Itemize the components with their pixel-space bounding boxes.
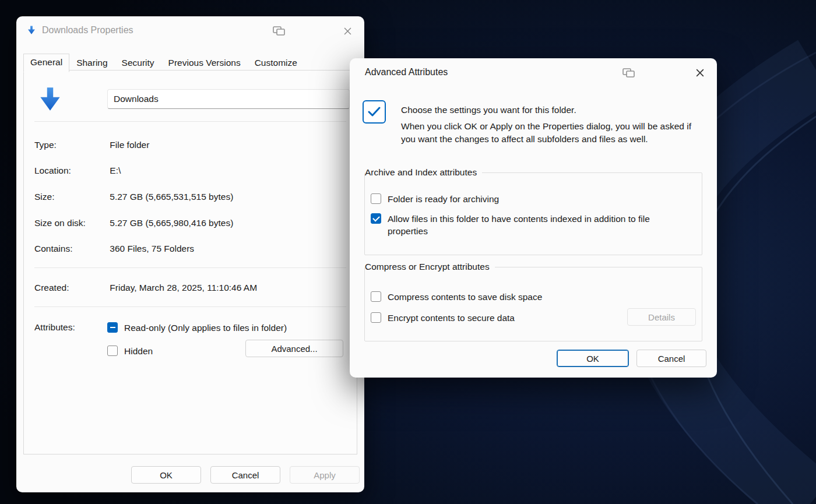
- archive-index-group: Archive and Index attributes Folder is r…: [364, 172, 702, 255]
- hidden-checkbox[interactable]: [107, 346, 118, 356]
- field-row-size: Size: 5.27 GB (5,665,531,515 bytes): [34, 192, 350, 202]
- archiving-label[interactable]: Folder is ready for archiving: [388, 193, 499, 205]
- field-value: File folder: [110, 140, 149, 150]
- field-label: Created:: [34, 283, 107, 293]
- general-tab-page: Type: File folder Location: E:\ Size: 5.…: [23, 70, 357, 454]
- ok-button[interactable]: OK: [131, 466, 201, 484]
- field-value: E:\: [110, 165, 121, 175]
- tab-previous-versions[interactable]: Previous Versions: [161, 54, 248, 72]
- monitor-icon: [622, 68, 635, 78]
- encrypt-label[interactable]: Encrypt contents to secure data: [388, 312, 515, 324]
- compress-checkbox[interactable]: [371, 291, 381, 302]
- field-row-location: Location: E:\: [34, 165, 350, 176]
- indexing-checkbox[interactable]: [371, 213, 381, 224]
- field-label: Size on disk:: [34, 218, 107, 228]
- compress-group-title: Compress or Encrypt attributes: [365, 262, 495, 272]
- field-label: Size:: [34, 192, 107, 202]
- field-row-contains: Contains: 360 Files, 75 Folders: [34, 244, 350, 254]
- hidden-label[interactable]: Hidden: [124, 345, 153, 357]
- readonly-checkbox-row[interactable]: Read-only (Only applies to files in fold…: [107, 322, 346, 334]
- description-text: When you click OK or Apply on the Proper…: [401, 120, 703, 145]
- cancel-button[interactable]: Cancel: [636, 350, 706, 367]
- tab-general[interactable]: General: [23, 54, 69, 72]
- field-label: Contains:: [34, 244, 107, 254]
- monitor-icon: [273, 26, 286, 36]
- details-button[interactable]: Details: [627, 308, 696, 326]
- compress-encrypt-group: Compress or Encrypt attributes Compress …: [364, 267, 702, 341]
- separator: [34, 267, 346, 268]
- field-value: 360 Files, 75 Folders: [110, 244, 194, 253]
- compress-label[interactable]: Compress contents to save disk space: [388, 291, 542, 303]
- separator: [34, 306, 346, 307]
- readonly-label[interactable]: Read-only (Only applies to files in fold…: [124, 322, 287, 334]
- indexing-checkbox-row[interactable]: Allow files in this folder to have conte…: [371, 213, 690, 237]
- field-label: Attributes:: [34, 322, 107, 333]
- separator: [34, 121, 346, 122]
- archiving-checkbox-row[interactable]: Folder is ready for archiving: [371, 193, 691, 205]
- apply-button[interactable]: Apply: [290, 466, 360, 484]
- properties-titlebar[interactable]: Downloads Properties: [16, 16, 364, 45]
- downloads-folder-icon: [36, 85, 65, 114]
- advanced-titlebar[interactable]: Advanced Attributes: [350, 58, 717, 87]
- properties-button-row: OK Cancel Apply: [16, 466, 360, 484]
- archiving-checkbox[interactable]: [371, 193, 381, 204]
- download-arrow-icon: [26, 25, 37, 36]
- readonly-checkbox[interactable]: [107, 322, 118, 333]
- advanced-dialog-title: Advanced Attributes: [365, 67, 448, 77]
- properties-dialog-title: Downloads Properties: [42, 25, 133, 36]
- advanced-attributes-dialog: Advanced Attributes Choose the settings …: [350, 58, 717, 378]
- field-row-created: Created: Friday, March 28, 2025, 11:10:4…: [34, 283, 350, 293]
- attributes-check-icon: [363, 100, 386, 124]
- properties-tab-bar: General Sharing Security Previous Versio…: [23, 54, 304, 72]
- compress-checkbox-row[interactable]: Compress contents to save disk space: [371, 291, 621, 303]
- indexing-label[interactable]: Allow files in this folder to have conte…: [388, 213, 690, 237]
- field-row-type: Type: File folder: [34, 140, 350, 150]
- close-icon[interactable]: [690, 64, 710, 82]
- tab-customize[interactable]: Customize: [248, 54, 304, 72]
- tab-sharing[interactable]: Sharing: [69, 54, 114, 72]
- advanced-button[interactable]: Advanced...: [245, 340, 343, 357]
- field-value: Friday, March 28, 2025, 11:10:46 AM: [110, 283, 257, 292]
- archive-group-title: Archive and Index attributes: [365, 167, 482, 178]
- encrypt-checkbox-row[interactable]: Encrypt contents to secure data: [371, 312, 621, 324]
- field-label: Location:: [34, 165, 107, 176]
- folder-name-input[interactable]: [107, 89, 350, 109]
- close-icon[interactable]: [337, 22, 357, 40]
- intro-text: Choose the settings you want for this fo…: [401, 105, 576, 115]
- field-value: 5.27 GB (5,665,531,515 bytes): [110, 192, 233, 202]
- ok-button[interactable]: OK: [557, 350, 629, 367]
- field-row-size-on-disk: Size on disk: 5.27 GB (5,665,980,416 byt…: [34, 218, 350, 228]
- encrypt-checkbox[interactable]: [371, 312, 381, 323]
- tab-security[interactable]: Security: [115, 54, 161, 72]
- downloads-properties-dialog: Downloads Properties General Sharing Sec…: [16, 16, 364, 492]
- cancel-button[interactable]: Cancel: [210, 466, 280, 484]
- field-label: Type:: [34, 140, 107, 150]
- field-value: 5.27 GB (5,665,980,416 bytes): [110, 218, 233, 228]
